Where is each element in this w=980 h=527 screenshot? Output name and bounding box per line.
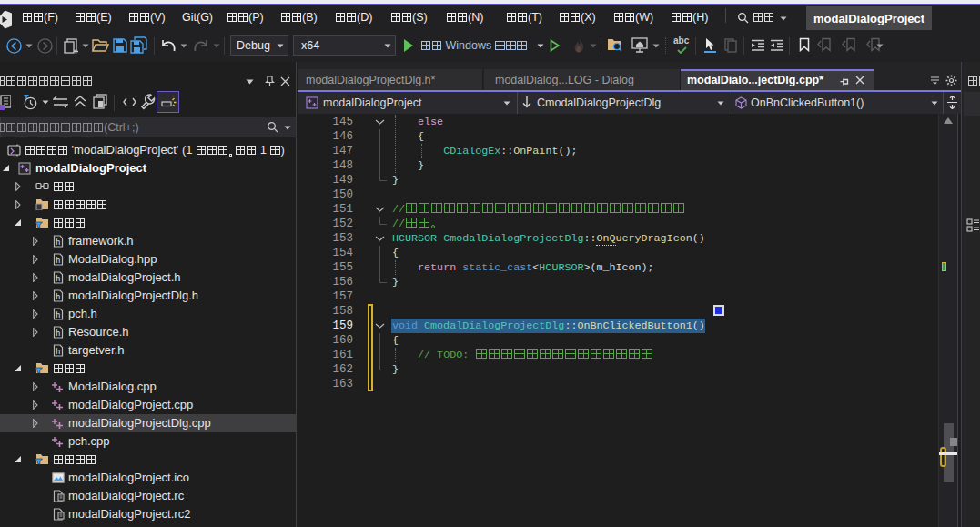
- svg-text:h: h: [56, 311, 60, 320]
- svg-text:h: h: [56, 329, 60, 339]
- svg-text:h: h: [56, 257, 60, 266]
- svg-text:h: h: [56, 348, 60, 357]
- svg-text:h: h: [56, 238, 60, 248]
- svg-text:h: h: [56, 275, 60, 284]
- svg-text:h: h: [56, 293, 60, 302]
